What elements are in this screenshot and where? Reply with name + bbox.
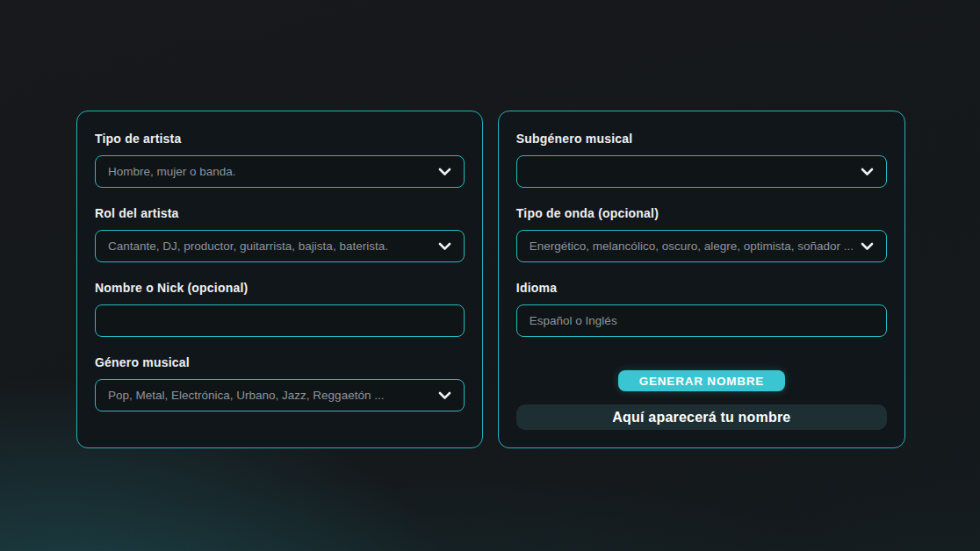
subgenero-musical-select[interactable]	[516, 155, 887, 188]
field-nombre-nick: Nombre o Nick (opcional)	[95, 281, 465, 337]
chevron-down-icon	[861, 242, 874, 251]
field-idioma: Idioma	[516, 281, 887, 337]
generate-name-button[interactable]: GENERAR NOMBRE	[618, 370, 785, 391]
rol-del-artista-select[interactable]: Cantante, DJ, productor, guitarrista, ba…	[95, 230, 465, 262]
chevron-down-icon	[861, 168, 874, 176]
field-rol-del-artista: Rol del artista Cantante, DJ, productor,…	[95, 206, 465, 262]
chevron-down-icon	[438, 242, 451, 251]
field-subgenero-musical: Subgénero musical	[516, 132, 887, 188]
select-placeholder: Cantante, DJ, productor, guitarrista, ba…	[108, 240, 431, 253]
nombre-nick-label: Nombre o Nick (opcional)	[95, 281, 465, 296]
tipo-de-artista-label: Tipo de artista	[95, 132, 465, 147]
rol-del-artista-label: Rol del artista	[95, 206, 465, 221]
result-placeholder-box: Aquí aparecerá tu nombre	[516, 404, 887, 430]
chevron-down-icon	[438, 391, 451, 400]
tipo-de-onda-label: Tipo de onda (opcional)	[516, 206, 887, 221]
idioma-label: Idioma	[516, 281, 887, 296]
nombre-nick-input[interactable]	[95, 304, 465, 337]
idioma-input[interactable]	[516, 304, 887, 337]
field-tipo-de-onda: Tipo de onda (opcional) Energético, mela…	[516, 206, 887, 262]
select-placeholder: Hombre, mujer o banda.	[108, 165, 431, 178]
genre-form-panel: Subgénero musical Tipo de onda (opcional…	[498, 111, 905, 448]
artist-form-panel: Tipo de artista Hombre, mujer o banda. R…	[76, 111, 483, 448]
field-tipo-de-artista: Tipo de artista Hombre, mujer o banda.	[95, 132, 465, 188]
genero-musical-label: Género musical	[95, 355, 465, 370]
genero-musical-select[interactable]: Pop, Metal, Electrónica, Urbano, Jazz, R…	[95, 379, 465, 411]
subgenero-musical-label: Subgénero musical	[516, 132, 887, 147]
select-placeholder: Energético, melancólico, oscuro, alegre,…	[530, 240, 854, 253]
form-panels-container: Tipo de artista Hombre, mujer o banda. R…	[76, 111, 905, 448]
chevron-down-icon	[438, 168, 451, 176]
field-genero-musical: Género musical Pop, Metal, Electrónica, …	[95, 355, 465, 411]
tipo-de-artista-select[interactable]: Hombre, mujer o banda.	[95, 155, 465, 188]
tipo-de-onda-select[interactable]: Energético, melancólico, oscuro, alegre,…	[516, 230, 887, 262]
result-placeholder-text: Aquí aparecerá tu nombre	[612, 410, 790, 426]
select-placeholder: Pop, Metal, Electrónica, Urbano, Jazz, R…	[108, 389, 431, 402]
